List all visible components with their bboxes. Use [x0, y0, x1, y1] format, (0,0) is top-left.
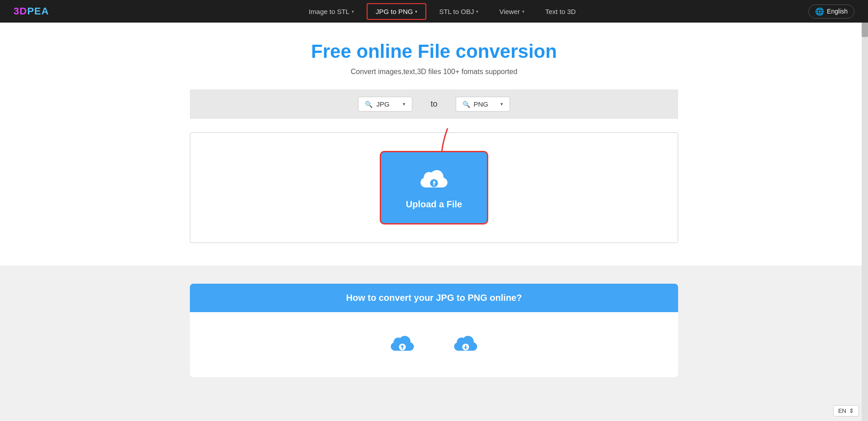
step-download [452, 330, 479, 359]
page-title: Free online File conversion [9, 41, 859, 62]
svg-rect-9 [465, 345, 466, 347]
globe-icon: 🌐 [815, 7, 824, 16]
format-bar: 🔍 JPG ▾ to 🔍 PNG ▾ [190, 89, 678, 119]
to-format-label: PNG [474, 100, 497, 108]
lower-section: How to convert your JPG to PNG online? [0, 266, 868, 395]
upload-button[interactable]: Upload a File [380, 151, 488, 225]
chevron-down-icon: ▾ [415, 9, 417, 14]
from-format-select[interactable]: 🔍 JPG ▾ [358, 97, 412, 112]
upload-cloud-icon [389, 330, 416, 359]
nav-stl-to-obj[interactable]: STL to OBJ ▾ [431, 4, 486, 19]
nav-image-to-stl[interactable]: Image to STL ▾ [301, 4, 362, 19]
nav-viewer[interactable]: Viewer ▾ [491, 4, 533, 19]
nav-jpg-to-png[interactable]: JPG to PNG ▾ [367, 3, 427, 20]
search-icon: 🔍 [365, 101, 373, 108]
bottom-language-switcher[interactable]: EN ⇕ [833, 405, 859, 416]
chevron-down-icon: ▾ [403, 101, 406, 107]
svg-rect-6 [402, 347, 403, 349]
how-to-header: How to convert your JPG to PNG online? [190, 284, 678, 312]
main-content: Free online File conversion Convert imag… [0, 23, 868, 266]
to-format-select[interactable]: 🔍 PNG ▾ [456, 97, 510, 112]
main-nav: Image to STL ▾ JPG to PNG ▾ STL to OBJ ▾… [76, 3, 808, 20]
from-format-label: JPG [376, 100, 399, 108]
to-separator: to [430, 99, 437, 109]
how-to-body [190, 312, 678, 377]
header: 3DPEA Image to STL ▾ JPG to PNG ▾ STL to… [0, 0, 868, 23]
scrollbar[interactable] [862, 0, 868, 421]
bottom-lang-label: EN [838, 407, 846, 414]
language-selector[interactable]: 🌐 English [808, 5, 854, 19]
search-icon: 🔍 [462, 101, 470, 108]
upload-area: Upload a File [190, 132, 678, 243]
chevron-down-icon: ▾ [500, 101, 503, 107]
cloud-upload-icon [418, 166, 450, 193]
chevron-down-icon: ▾ [476, 9, 478, 14]
download-cloud-icon [452, 330, 479, 359]
step-upload [389, 330, 416, 359]
nav-text-to-3d[interactable]: Text to 3D [537, 4, 584, 19]
upload-label: Upload a File [406, 199, 462, 210]
chevron-down-icon: ▾ [352, 9, 354, 14]
logo[interactable]: 3DPEA [14, 5, 49, 17]
page-subtitle: Convert images,text,3D files 100+ fomats… [9, 68, 859, 76]
how-to-box: How to convert your JPG to PNG online? [190, 284, 678, 377]
expand-icon: ⇕ [849, 407, 854, 414]
chevron-down-icon: ▾ [522, 9, 524, 14]
svg-rect-3 [434, 183, 435, 185]
